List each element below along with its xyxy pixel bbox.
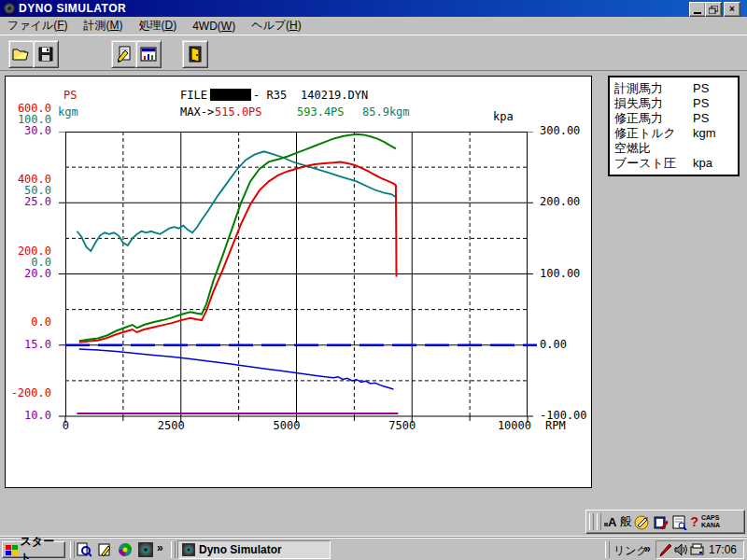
tray-volume-icon[interactable] bbox=[674, 543, 688, 556]
y-axis-label: 25.0 bbox=[0, 196, 51, 207]
menu-item-F[interactable]: ファイル(F) bbox=[7, 18, 67, 34]
right-axis-label: -100.00 bbox=[540, 410, 586, 421]
file-name: - R35 bbox=[253, 90, 287, 102]
legend-row-3: 修正トルクkgm bbox=[610, 126, 738, 141]
y-axis-label: -200.0 bbox=[0, 387, 51, 399]
max-torque-kgm: 85.9kgm bbox=[362, 106, 410, 119]
ime-tools-icon[interactable] bbox=[634, 514, 650, 530]
tray-clock[interactable]: 17:06 bbox=[709, 543, 737, 556]
curve-ps-blue bbox=[79, 349, 394, 389]
task-label: Dyno Simulator bbox=[199, 543, 282, 556]
y-axis-label: 20.0 bbox=[0, 268, 51, 279]
windows-logo-icon bbox=[5, 544, 19, 556]
legend-unit-1: PS bbox=[693, 96, 709, 111]
quicklaunch-notepad-icon[interactable] bbox=[97, 542, 112, 557]
close-button[interactable]: × bbox=[724, 2, 740, 17]
legend-unit-0: PS bbox=[693, 81, 709, 96]
chart-window-icon bbox=[140, 47, 157, 62]
right-axis-label: 300.00 bbox=[540, 125, 586, 136]
task-separator bbox=[171, 541, 176, 558]
legend-label-3: 修正トルク bbox=[610, 126, 693, 141]
file-name-date: 140219.DYN bbox=[301, 90, 368, 102]
legend-row-1: 損失馬力PS bbox=[610, 96, 738, 111]
y-axis-label: 15.0 bbox=[0, 339, 51, 350]
save-file-button[interactable] bbox=[33, 40, 59, 68]
exit-button[interactable] bbox=[182, 40, 208, 68]
max-label: MAX-> bbox=[180, 106, 214, 119]
right-axis-label: 0.00 bbox=[540, 339, 586, 350]
close-icon: × bbox=[729, 5, 735, 14]
links-overflow-chevron[interactable]: » bbox=[644, 542, 651, 555]
dyno-plot bbox=[58, 132, 543, 425]
file-name-redaction bbox=[210, 89, 251, 101]
legend-label-1: 損失馬力 bbox=[610, 96, 693, 111]
quicklaunch-separator bbox=[70, 541, 75, 558]
quicklaunch-app-icon[interactable] bbox=[118, 542, 133, 557]
menu-item-M[interactable]: 計測(M) bbox=[83, 18, 122, 34]
legend-unit-2: PS bbox=[693, 111, 709, 126]
task-button-dyno-simulator[interactable]: Dyno Simulator bbox=[177, 540, 331, 559]
legend-unit-3: kgm bbox=[693, 126, 716, 141]
kgm-axis-title: kgm bbox=[58, 106, 78, 119]
y-axis-label: 0.0 bbox=[0, 257, 51, 268]
ime-caps-kana-indicator[interactable]: CAPSKANA bbox=[701, 514, 720, 529]
file-label: FILE: bbox=[180, 90, 214, 102]
quicklaunch-dyno-icon[interactable] bbox=[138, 542, 153, 557]
quicklaunch-search-icon[interactable] bbox=[77, 542, 92, 557]
minimize-button[interactable] bbox=[689, 2, 706, 17]
links-separator[interactable] bbox=[605, 541, 610, 558]
menu-item-H[interactable]: ヘルプ(H) bbox=[251, 18, 302, 34]
links-toolbar-label[interactable]: リンク bbox=[613, 543, 648, 559]
ime-pad-icon[interactable] bbox=[671, 514, 687, 530]
minimize-icon bbox=[694, 12, 701, 14]
legend-row-4: 空燃比 bbox=[610, 141, 738, 156]
menubar: ファイル(F)計測(M)処理(D)4WD(W)ヘルプ(H) bbox=[0, 17, 747, 35]
legend-row-2: 修正馬力PS bbox=[610, 111, 738, 126]
screen: DYNO SIMULATOR × ファイル(F)計測(M)処理(D)4WD(W)… bbox=[0, 0, 747, 560]
report-view-button[interactable] bbox=[135, 40, 162, 68]
tray-pen-icon[interactable] bbox=[659, 543, 672, 557]
menu-item-D[interactable]: 処理(D) bbox=[138, 18, 176, 34]
right-axis-label: 100.00 bbox=[540, 268, 586, 279]
legend-row-5: ブースト圧kpa bbox=[610, 156, 738, 171]
max-measured-ps: 515.0PS bbox=[215, 106, 262, 119]
open-file-button[interactable] bbox=[8, 40, 35, 68]
taskbar: スタート » bbox=[0, 538, 747, 560]
legend-label-2: 修正馬力 bbox=[610, 111, 693, 126]
toolbar bbox=[0, 35, 747, 71]
restore-button[interactable] bbox=[705, 2, 722, 17]
start-button[interactable]: スタート bbox=[2, 541, 65, 558]
curve-ps-red bbox=[79, 161, 397, 342]
ps-axis-title: PS bbox=[63, 90, 77, 102]
legend-box: 計測馬力PS損失馬力PS修正馬力PS修正トルクkgm空燃比ブースト圧kpa bbox=[608, 76, 740, 176]
ime-help-button[interactable]: ? bbox=[690, 514, 698, 529]
ime-dictionary-icon[interactable] bbox=[653, 514, 669, 530]
ime-drag-handle[interactable] bbox=[589, 513, 594, 530]
measure-edit-button[interactable] bbox=[111, 40, 137, 68]
ime-conversion-mode-button[interactable]: 般 bbox=[619, 513, 631, 530]
app-icon bbox=[3, 2, 16, 15]
legend-row-0: 計測馬力PS bbox=[610, 81, 738, 96]
max-corrected-ps: 593.4PS bbox=[297, 106, 345, 119]
quicklaunch-overflow-chevron[interactable]: » bbox=[157, 541, 163, 554]
legend-label-0: 計測馬力 bbox=[610, 81, 693, 96]
menu-item-W[interactable]: 4WD(W) bbox=[192, 20, 235, 33]
y-axis-label: 0.0 bbox=[0, 316, 51, 328]
task-dyno-icon bbox=[182, 543, 195, 556]
ime-bar: A 般 ? CAPSKANA bbox=[585, 510, 745, 534]
titlebar: DYNO SIMULATOR × bbox=[0, 0, 747, 17]
system-tray: 17:06 bbox=[655, 540, 744, 559]
window-title: DYNO SIMULATOR bbox=[19, 2, 126, 15]
legend-unit-5: kpa bbox=[693, 156, 712, 171]
y-axis-label: 30.0 bbox=[0, 125, 51, 136]
legend-label-5: ブースト圧 bbox=[610, 156, 693, 171]
tray-device-icon[interactable] bbox=[690, 543, 704, 556]
right-axis-label: 200.00 bbox=[540, 196, 586, 207]
ime-input-mode-button[interactable]: A bbox=[604, 515, 616, 529]
legend-label-4: 空燃比 bbox=[610, 141, 693, 156]
floppy-disk-icon bbox=[38, 47, 53, 62]
start-label: スタート bbox=[21, 534, 64, 560]
document-pencil-icon bbox=[116, 46, 133, 63]
ime-drag-handle2[interactable] bbox=[597, 513, 601, 530]
restore-icon bbox=[709, 6, 718, 14]
